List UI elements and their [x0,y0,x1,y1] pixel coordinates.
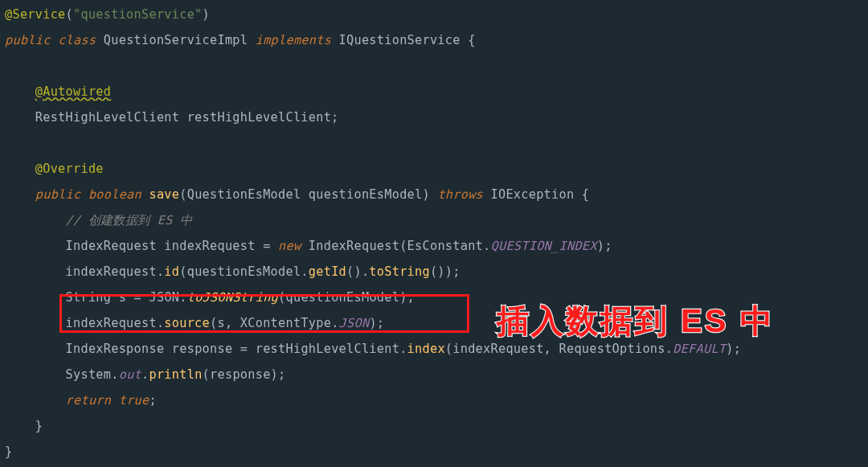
var-type: IndexResponse [66,342,165,356]
comment: // 创建数据到 ES 中 [66,213,193,227]
return-type: boolean [88,187,141,202]
class-json: JSON [149,290,180,305]
kw-class: class [58,33,96,47]
class-system: System [66,367,112,382]
interface-name: IQuestionService [339,33,461,47]
var-ref: indexRequest [66,316,157,330]
field-out: out [119,367,141,382]
kw-implements: implements [256,33,331,47]
literal-true: true [119,393,149,408]
constant-ref: QUESTION_INDEX [491,239,597,253]
constructor: IndexRequest [309,239,399,253]
service-name-string: "questionService" [73,7,203,22]
code-editor[interactable]: @Service("questionService") public class… [0,0,868,466]
method-save: save [149,187,179,202]
var-type: IndexRequest [66,239,157,253]
method-index: index [407,342,445,356]
class-xcontenttype: XContentType [240,316,331,330]
method-println: println [149,367,202,382]
var-name: s [119,290,126,305]
var-ref: restHighLevelClient [256,342,399,356]
param-type: QuestionEsModel [187,187,301,202]
var-type: String [66,290,112,305]
method-tojsonstring: toJSONString [187,290,278,305]
arg: indexRequest [452,342,543,356]
method-id: id [164,264,179,279]
var-name: response [172,342,233,356]
kw-public: public [5,33,51,47]
constant-json: JSON [339,316,370,330]
arg: questionEsModel [187,264,301,279]
kw-return: return [66,393,112,408]
class-ref: EsConstant [407,239,483,253]
method-tostring: toString [369,264,430,279]
class-requestoptions: RequestOptions [559,342,665,356]
arg: questionEsModel [286,290,400,305]
class-name: QuestionServiceImpl [104,33,248,47]
arg: response [210,367,271,382]
exception-type: IOException [491,187,575,202]
field-type: RestHighLevelClient [35,110,179,125]
kw-public: public [35,187,81,202]
annotation-service: @Service [5,7,66,22]
annotation-autowired: @Autowired [35,84,111,99]
param-name: questionEsModel [309,187,423,202]
arg: s [217,316,224,330]
method-source: source [164,316,210,330]
var-ref: indexRequest [66,264,157,279]
kw-new: new [278,239,301,253]
field-name: restHighLevelClient [187,110,331,125]
kw-throws: throws [437,187,483,202]
annotation-override: @Override [35,162,104,176]
annotation-banner: 插入数据到 ES 中 [497,299,775,343]
method-getid: getId [309,264,346,279]
constant-default: DEFAULT [673,342,726,356]
var-name: indexRequest [164,239,255,253]
